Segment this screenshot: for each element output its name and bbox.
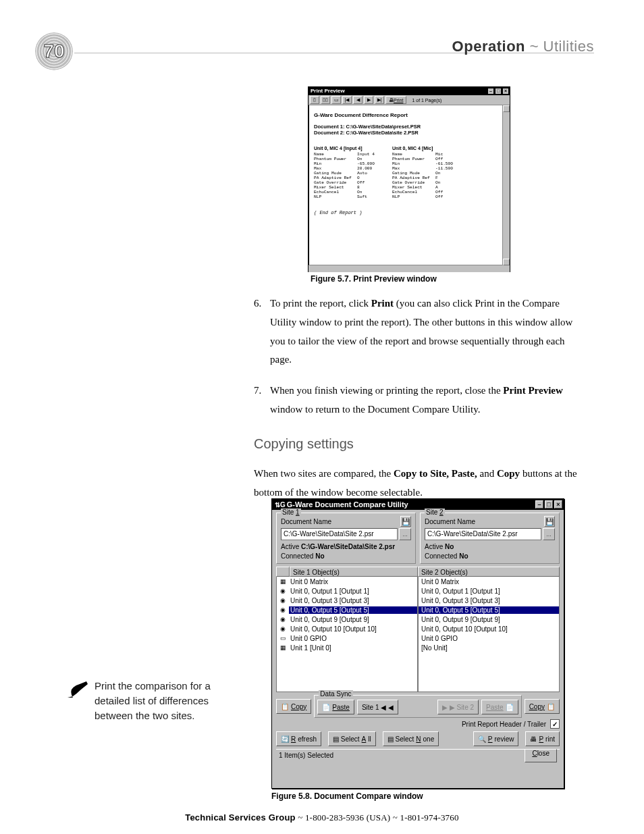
list-item[interactable]: Unit 0 Matrix [419, 577, 559, 586]
prev-page-icon[interactable]: ◀ [353, 96, 363, 104]
preview-button[interactable]: 🔍 Preview [473, 731, 519, 746]
col-left-heading: Unit 0, MIC 4 [Input 4] [314, 146, 375, 151]
page-footer: Technical Services Group ~ 1-800-283-593… [0, 812, 644, 823]
step-number: 6. [254, 294, 270, 369]
browse-button[interactable]: … [543, 528, 555, 540]
doc1-path: Document 1: C:\G-Ware\SiteData\preset.PS… [314, 124, 504, 130]
list-item[interactable]: ◉Unit 0, Output 10 [Output 10] [277, 624, 417, 633]
site1-path-input[interactable]: C:\G-Ware\SiteData\Site 2.psr [281, 528, 398, 540]
subheading: Copying settings [254, 436, 354, 452]
last-page-icon[interactable]: ▶| [375, 96, 384, 104]
select-none-button[interactable]: ▤ Select None [383, 731, 439, 746]
list-item[interactable]: ◉Unit 0, Output 1 [Output 1] [277, 586, 417, 596]
window-title: Print Preview [311, 88, 345, 94]
body-text: 6. To print the report, click Print (you… [254, 294, 585, 432]
maximize-icon[interactable]: □ [495, 88, 502, 95]
list-item[interactable]: ◉Unit 0, Output 5 [Output 5] [277, 605, 417, 615]
site1-sync-button[interactable]: Site 1 ◀ ◀ [357, 700, 398, 714]
print-header-trailer-checkbox[interactable]: ✓ [550, 719, 560, 729]
paste-right-button[interactable]: Paste 📄 [481, 700, 518, 714]
print-button[interactable]: 🖶 Print [525, 731, 560, 746]
list-item[interactable]: Unit 0, Output 10 [Output 10] [419, 624, 559, 633]
report-title: G-Ware Document Difference Report [314, 112, 504, 118]
figure-caption-5-8: Figure 5.8. Document Compare window [271, 791, 423, 801]
vertical-scrollbar[interactable] [502, 105, 510, 272]
site1-objects-header[interactable]: Site 1 Object(s) [290, 567, 418, 577]
zoom-two-icon[interactable]: ▯▯ [321, 96, 330, 104]
list-item[interactable]: ◉Unit 0, Output 9 [Output 9] [277, 615, 417, 624]
col-right-heading: Unit 0, MIC 4 [Mic] [392, 146, 453, 151]
site1-list: Site 1 Object(s) ▦Unit 0 Matrix◉Unit 0, … [276, 567, 418, 692]
minimize-icon[interactable]: – [487, 88, 494, 95]
list-item[interactable]: Unit 0 GPIO [419, 633, 559, 643]
compare-window: ⇅GG-Ware Document Compare Utility – □ × … [271, 498, 564, 789]
first-page-icon[interactable]: |◀ [342, 96, 352, 104]
data-sync-group: Data Sync 📄 Paste Site 1 ◀ ◀ ▶ ▶ Site 2 … [314, 695, 521, 718]
doc2-path: Document 2: C:\G-Ware\SiteData\site 2.PS… [314, 130, 504, 136]
data-sync-legend: Data Sync [319, 690, 352, 698]
site2-panel: Site 2 Document Name 💾 C:\G-Ware\SiteDat… [420, 513, 560, 564]
list-item[interactable]: ▦Unit 0 Matrix [277, 577, 417, 586]
preview-canvas: G-Ware Document Difference Report Docume… [308, 105, 510, 272]
figure-caption-5-7: Figure 5.7. Print Preview window [311, 274, 437, 284]
list-item[interactable]: [No Unit] [419, 643, 559, 652]
window-titlebar[interactable]: ⇅GG-Ware Document Compare Utility – □ × [272, 499, 564, 510]
list-item[interactable]: ▭Unit 0 GPIO [277, 633, 417, 643]
end-of-report: ( End of Report ) [314, 210, 504, 215]
print-header-trailer-label: Print Report Header / Trailer [462, 721, 546, 728]
page-title: Operation ~ Utilities [452, 38, 594, 55]
page-number-badge: 70 [35, 32, 73, 70]
list-item[interactable]: Unit 0, Output 5 [Output 5] [419, 605, 559, 615]
copy-right-button[interactable]: Copy 📋 [525, 699, 560, 714]
zoom-whole-icon[interactable]: ▯ [310, 96, 319, 104]
zoom-fit-icon[interactable]: ▭ [331, 96, 341, 104]
site2-path-input[interactable]: C:\G-Ware\SiteData\Site 2.psr [425, 528, 541, 540]
save-icon[interactable]: 💾 [400, 516, 411, 527]
hand-write-icon [66, 680, 89, 699]
list-item[interactable]: Unit 0, Output 3 [Output 3] [419, 596, 559, 605]
toolbar: ▯ ▯▯ ▭ |◀ ◀ ▶ ▶| 🖶 Print 1 of 1 Page(s) [308, 95, 510, 105]
horizontal-scrollbar[interactable] [308, 265, 503, 272]
copy-left-button[interactable]: 📋 Copy [276, 699, 311, 714]
doc-name-label: Document Name [281, 518, 331, 525]
refresh-button[interactable]: 🔄 Refresh [276, 731, 321, 746]
site2-list: Site 2 Object(s) Unit 0 MatrixUnit 0, Ou… [418, 567, 560, 692]
browse-button[interactable]: … [399, 528, 411, 540]
close-button[interactable]: Close [525, 749, 557, 762]
paste-left-button[interactable]: 📄 Paste [317, 700, 354, 714]
select-all-button[interactable]: ▤ Select All [328, 731, 376, 746]
close-icon[interactable]: × [554, 500, 562, 509]
doc-name-label: Document Name [425, 518, 475, 525]
step-number: 7. [254, 382, 270, 419]
print-button[interactable]: 🖶 Print [385, 96, 406, 104]
intro-paragraph: When two sites are compared, the Copy to… [254, 465, 585, 502]
list-item[interactable]: Unit 0, Output 9 [Output 9] [419, 615, 559, 624]
minimize-icon[interactable]: – [535, 500, 543, 509]
page-number: 70 [43, 41, 64, 62]
list-item[interactable]: ▦Unit 1 [Unit 0] [277, 643, 417, 652]
close-icon[interactable]: × [502, 88, 509, 95]
next-page-icon[interactable]: ▶ [364, 96, 373, 104]
print-preview-window: Print Preview – □ × ▯ ▯▯ ▭ |◀ ◀ ▶ ▶| 🖶 P… [308, 86, 510, 272]
site2-objects-header[interactable]: Site 2 Object(s) [418, 567, 560, 577]
window-titlebar[interactable]: Print Preview – □ × [308, 87, 510, 95]
site2-sync-button[interactable]: ▶ ▶ Site 2 [437, 700, 479, 714]
status-text: 1 Item(s) Selected [279, 752, 333, 759]
list-item[interactable]: ◉Unit 0, Output 3 [Output 3] [277, 596, 417, 605]
maximize-icon[interactable]: □ [545, 500, 553, 509]
margin-note: Print the comparison for a detailed list… [66, 679, 242, 723]
window-title: G-Ware Document Compare Utility [287, 500, 408, 509]
save-icon[interactable]: 💾 [544, 516, 555, 527]
icon-column-header[interactable] [276, 567, 290, 577]
site1-panel: Site 1 Document Name 💾 C:\G-Ware\SiteDat… [276, 513, 416, 564]
list-item[interactable]: Unit 0, Output 1 [Output 1] [419, 586, 559, 596]
margin-note-text: Print the comparison for a detailed list… [95, 679, 242, 723]
page-count-label: 1 of 1 Page(s) [412, 98, 441, 103]
